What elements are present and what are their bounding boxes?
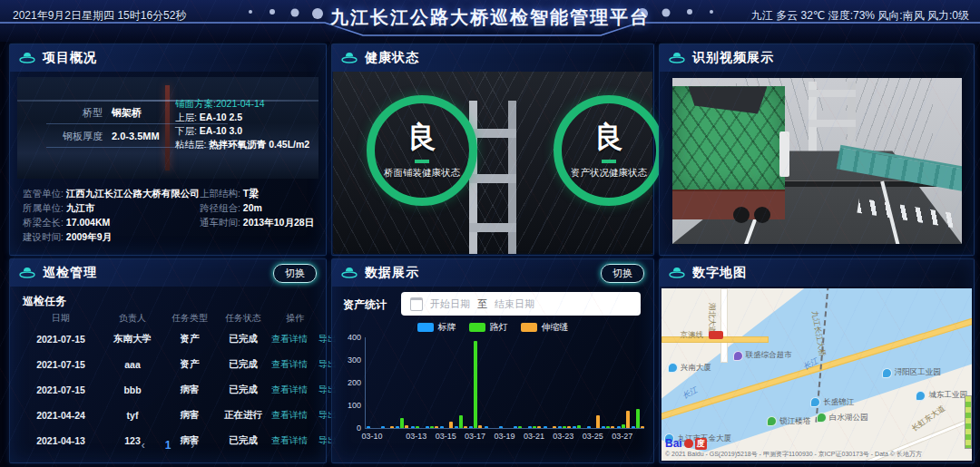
- asset-bar-chart: 400300200100003-1003-1303-1503-1703-1903…: [332, 337, 653, 462]
- map-label: 白水湖公园: [817, 413, 868, 423]
- gauge-dash: [415, 160, 429, 163]
- panel-title: 项目概况: [43, 50, 97, 66]
- bar-伸缩缝: [449, 422, 453, 429]
- cell-actions: 查看详情导出: [271, 358, 337, 371]
- legend-item[interactable]: 伸缩缝: [521, 321, 569, 334]
- saucer-icon: [669, 267, 685, 280]
- calendar-icon: [410, 297, 423, 311]
- grade-text: 良: [375, 118, 469, 158]
- bar-标牌: [573, 426, 576, 428]
- bar-路灯: [563, 426, 566, 429]
- switch-button[interactable]: 切换: [273, 264, 317, 283]
- view-details-link[interactable]: 查看详情: [271, 358, 308, 371]
- spec-label: 钢板厚度: [46, 130, 103, 143]
- x-tick-label: 03-23: [547, 432, 580, 441]
- info-label: 跨径组合:: [200, 202, 240, 213]
- legend-swatch: [521, 323, 537, 332]
- bar-伸缩缝: [641, 426, 644, 428]
- bar-伸缩缝: [553, 426, 556, 428]
- cell-date: 2021-07-15: [21, 334, 101, 345]
- bar-伸缩缝: [464, 426, 467, 428]
- legend-swatch: [417, 323, 434, 332]
- bar-伸缩缝: [626, 411, 630, 428]
- layer-value: 热拌环氧沥青 0.45L/m2: [209, 139, 309, 150]
- bar-伸缩缝: [596, 415, 600, 428]
- cell-actions: 查看详情导出: [271, 409, 337, 422]
- panel-header: 数字地图: [660, 259, 974, 287]
- bar-标牌: [411, 426, 415, 428]
- date-end-placeholder: 结束日期: [495, 297, 534, 311]
- x-tick-label: 03-19: [488, 432, 521, 441]
- bar-标牌: [469, 426, 473, 428]
- panel-health-status: 健康状态 良 桥面铺装健康状态 良 资产状况健康状态: [331, 44, 654, 256]
- info-label: 监管单位:: [23, 188, 64, 199]
- info-value: 2013年10月28日: [240, 217, 314, 228]
- cell-owner: 东南大学: [101, 333, 164, 345]
- panel-title: 巡检管理: [43, 265, 97, 281]
- cell-type: 资产: [164, 333, 215, 345]
- bar-伸缩缝: [405, 425, 408, 428]
- cell-actions: 查看详情导出: [271, 333, 337, 345]
- bar-路灯: [430, 426, 434, 428]
- date-start-placeholder: 开始日期: [430, 297, 470, 311]
- saucer-icon: [341, 52, 358, 65]
- view-details-link[interactable]: 查看详情: [271, 384, 308, 396]
- legend-item[interactable]: 路灯: [469, 321, 508, 334]
- prev-page-button[interactable]: ‹: [142, 439, 145, 452]
- column-header: 操作: [271, 312, 318, 325]
- info-value: 17.004KM: [64, 217, 110, 228]
- truck: [672, 86, 785, 219]
- panel-title: 数字地图: [692, 265, 747, 281]
- panel-header: 识别视频展示: [660, 44, 974, 72]
- layer-value: EA-10 2.5: [200, 112, 242, 122]
- bar-路灯: [400, 418, 404, 428]
- baidu-paw-icon: [684, 439, 693, 448]
- map-label: 长盛锦江: [810, 397, 854, 408]
- grade-text: 良: [562, 118, 656, 158]
- cell-owner: tyf: [101, 410, 164, 421]
- map-label: 兴南大厦: [668, 363, 711, 374]
- x-tick-label: 03-10: [356, 432, 388, 441]
- panel-inspection-management: 巡检管理 切换 巡检任务 日期负责人任务类型任务状态操作 2021-07-15东…: [9, 258, 327, 463]
- table-row: 2021-04-24tyf病害正在进行查看详情导出: [21, 403, 318, 428]
- bar-伸缩缝: [611, 426, 614, 428]
- switch-button[interactable]: 切换: [601, 264, 644, 283]
- view-details-link[interactable]: 查看详情: [271, 333, 308, 345]
- x-tick-label: 03-21: [517, 432, 550, 441]
- next-page-button[interactable]: ›: [191, 439, 194, 452]
- cell-date: 2021-07-15: [21, 359, 101, 370]
- cell-type: 病害: [164, 409, 215, 422]
- saucer-icon: [19, 267, 35, 280]
- info-label: 上部结构:: [200, 188, 240, 199]
- spec-value: 2.0-3.5MM: [112, 131, 160, 141]
- gauge-label: 桥面铺装健康状态: [375, 167, 469, 180]
- road-badge-icon: [709, 331, 723, 339]
- x-tick-label: 03-25: [576, 432, 609, 441]
- bar-路灯: [474, 341, 477, 428]
- date-range-input[interactable]: 开始日期 至 结束日期: [401, 292, 641, 316]
- legend-item[interactable]: 标牌: [417, 321, 456, 334]
- bar-标牌: [544, 426, 547, 428]
- baidu-map[interactable]: 湖北大道京澳线联盛综合超市兴南大厦长江长江浔阳区工业园城东工业园长盛锦江白水湖公…: [662, 288, 972, 461]
- bar-标牌: [426, 426, 429, 428]
- info-label: 所属单位:: [23, 202, 64, 213]
- column-header: 任务类型: [164, 312, 215, 325]
- panel-video-recognition: 识别视频展示: [659, 44, 975, 256]
- video-frame[interactable]: [672, 78, 962, 244]
- panel-project-overview: 项目概况 桥型钢架桥 钢板厚度2.0-3.5MM 铺面方案:2021-04-14…: [9, 44, 327, 256]
- cell-type: 资产: [164, 358, 215, 371]
- bar-标牌: [617, 426, 621, 429]
- truck-tarp: [672, 86, 785, 192]
- bar-路灯: [459, 415, 463, 428]
- view-details-link[interactable]: 查看详情: [271, 409, 308, 422]
- tower-shape: [469, 101, 516, 254]
- panel-title: 识别视频展示: [692, 50, 774, 66]
- weather-text: 九江 多云 32℃ 湿度:73% 风向:南风 风力:0级: [751, 8, 969, 24]
- x-tick-label: 03-27: [606, 432, 639, 441]
- page-number[interactable]: 1: [165, 439, 172, 452]
- info-label: 通车时间:: [200, 217, 240, 228]
- bar-伸缩缝: [478, 425, 482, 428]
- map-label: 联盛综合超市: [733, 350, 792, 361]
- cell-status: 正在进行: [215, 409, 271, 422]
- spec-value: 钢架桥: [112, 106, 142, 120]
